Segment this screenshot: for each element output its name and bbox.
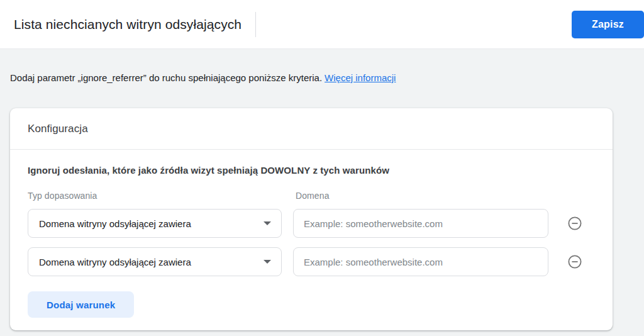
card-body: Ignoruj odesłania, które jako źródła wiz… (10, 150, 613, 330)
condition-row-1: Domena witryny odsyłającej zawiera (28, 209, 595, 238)
match-type-select-1[interactable]: Domena witryny odsyłającej zawiera (28, 209, 282, 238)
title-divider (255, 12, 256, 37)
remove-condition-button-2[interactable] (567, 254, 582, 269)
configuration-card: Konfiguracja Ignoruj odesłania, które ja… (10, 108, 613, 330)
add-condition-button[interactable]: Dodaj warunek (28, 291, 134, 318)
match-type-select-2[interactable]: Domena witryny odsyłającej zawiera (28, 247, 282, 276)
domain-label: Domena (296, 191, 330, 201)
page-body: Dodaj parametr „ignore_referrer” do ruch… (0, 72, 644, 330)
domain-input-1[interactable] (293, 209, 548, 238)
chevron-down-icon (264, 221, 271, 225)
description: Dodaj parametr „ignore_referrer” do ruch… (10, 72, 634, 84)
match-type-value-2: Domena witryny odsyłającej zawiera (39, 257, 191, 267)
app-root: Lista niechcianych witryn odsyłających Z… (0, 0, 644, 336)
header: Lista niechcianych witryn odsyłających Z… (0, 0, 644, 49)
chevron-down-icon (264, 260, 271, 264)
domain-input-2[interactable] (293, 247, 548, 276)
save-button[interactable]: Zapisz (572, 11, 644, 38)
match-type-label: Typ dopasowania (28, 191, 296, 201)
conditions-heading: Ignoruj odesłania, które jako źródła wiz… (28, 165, 595, 176)
card-title: Konfiguracja (28, 123, 88, 135)
field-labels-row: Typ dopasowania Domena (28, 191, 595, 201)
card-header: Konfiguracja (10, 108, 613, 150)
remove-condition-button-1[interactable] (567, 216, 582, 231)
page-title: Lista niechcianych witryn odsyłających (14, 17, 242, 32)
more-info-link[interactable]: Więcej informacji (325, 72, 396, 83)
match-type-value-1: Domena witryny odsyłającej zawiera (39, 218, 191, 229)
description-text: Dodaj parametr „ignore_referrer” do ruch… (10, 72, 322, 83)
minus-circle-icon (567, 254, 582, 269)
condition-row-2: Domena witryny odsyłającej zawiera (28, 247, 595, 276)
minus-circle-icon (567, 216, 582, 231)
